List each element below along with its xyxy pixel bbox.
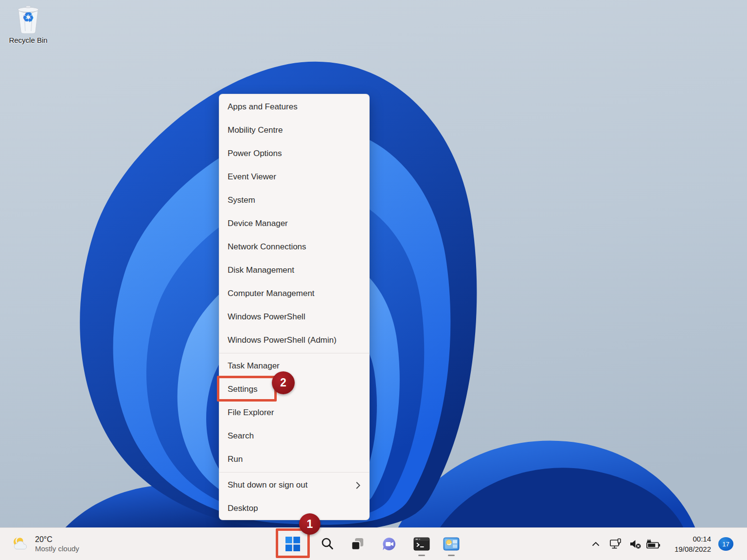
step-2-badge: 2 xyxy=(272,371,295,394)
search-button[interactable] xyxy=(313,530,342,558)
battery-charging-icon xyxy=(645,539,660,549)
hidden-icons-button[interactable] xyxy=(588,533,603,555)
desktop-screen: ♻ Recycle Bin Apps and Features Mobility… xyxy=(0,0,747,560)
volume-tray-button[interactable] xyxy=(627,533,643,555)
menu-item-apps-and-features[interactable]: Apps and Features xyxy=(219,95,369,119)
menu-item-windows-powershell[interactable]: Windows PowerShell xyxy=(219,305,369,329)
weather-condition: Mostly cloudy xyxy=(35,544,79,554)
submenu-chevron-icon xyxy=(356,482,360,489)
menu-item-network-connections[interactable]: Network Connections xyxy=(219,235,369,259)
weather-widget[interactable]: 20°C Mostly cloudy xyxy=(8,533,83,556)
winx-context-menu: Apps and Features Mobility Centre Power … xyxy=(219,94,370,520)
app-icon xyxy=(443,537,460,551)
recycle-bin-shortcut[interactable]: ♻ Recycle Bin xyxy=(7,5,50,44)
recycle-symbol-icon: ♻ xyxy=(22,11,34,24)
weather-temperature: 20°C xyxy=(35,535,79,544)
menu-item-shut-down-or-sign-out[interactable]: Shut down or sign out xyxy=(219,473,369,497)
menu-item-desktop[interactable]: Desktop xyxy=(219,497,369,520)
recycle-bin-label: Recycle Bin xyxy=(9,36,47,44)
network-icon xyxy=(609,538,622,550)
menu-item-system[interactable]: System xyxy=(219,189,369,212)
recycle-bin-icon: ♻ xyxy=(15,5,42,35)
menu-item-mobility-centre[interactable]: Mobility Centre xyxy=(219,119,369,142)
volume-muted-icon xyxy=(629,538,641,550)
chat-button[interactable] xyxy=(374,530,404,558)
task-view-icon xyxy=(350,537,365,551)
menu-item-computer-management[interactable]: Computer Management xyxy=(219,282,369,305)
notification-count-badge[interactable]: 17 xyxy=(718,537,733,551)
running-indicator xyxy=(418,555,425,556)
menu-item-device-manager[interactable]: Device Manager xyxy=(219,212,369,235)
app-button[interactable] xyxy=(437,530,466,558)
menu-item-windows-powershell-admin[interactable]: Windows PowerShell (Admin) xyxy=(219,329,369,352)
menu-divider xyxy=(219,353,369,353)
chat-icon xyxy=(381,536,397,552)
clock-date: 19/08/2022 xyxy=(675,544,711,554)
menu-item-power-options[interactable]: Power Options xyxy=(219,142,369,165)
task-view-button[interactable] xyxy=(343,530,372,558)
partly-cloudy-icon xyxy=(12,536,30,552)
network-tray-button[interactable] xyxy=(608,533,623,555)
search-icon xyxy=(320,537,334,551)
terminal-button[interactable] xyxy=(407,530,436,558)
running-indicator xyxy=(448,555,455,556)
menu-item-event-viewer[interactable]: Event Viewer xyxy=(219,165,369,189)
start-button[interactable] xyxy=(278,530,307,558)
terminal-icon xyxy=(413,537,430,551)
menu-item-task-manager[interactable]: Task Manager xyxy=(219,354,369,378)
menu-item-file-explorer[interactable]: File Explorer xyxy=(219,401,369,424)
taskbar: 20°C Mostly cloudy xyxy=(0,527,747,560)
menu-item-search[interactable]: Search xyxy=(219,424,369,448)
menu-item-disk-management[interactable]: Disk Management xyxy=(219,259,369,282)
chevron-up-icon xyxy=(592,542,600,546)
wallpaper-bloom xyxy=(0,0,747,560)
menu-divider xyxy=(219,472,369,472)
step-1-badge: 1 xyxy=(299,513,320,535)
clock[interactable]: 00:14 19/08/2022 xyxy=(675,534,711,554)
battery-tray-button[interactable] xyxy=(644,533,661,555)
windows-logo-icon xyxy=(285,537,300,551)
clock-time: 00:14 xyxy=(675,534,711,544)
menu-item-run[interactable]: Run xyxy=(219,448,369,471)
